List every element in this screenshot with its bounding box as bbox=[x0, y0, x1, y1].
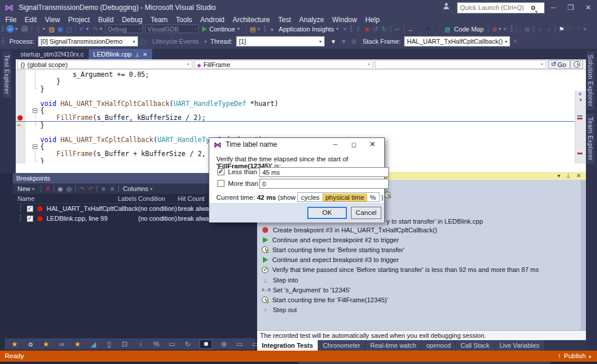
step-out-icon[interactable]: ↑ bbox=[432, 24, 441, 34]
codemap[interactable]: ▦ bbox=[443, 24, 452, 34]
maximize-button[interactable]: ❐ bbox=[562, 0, 580, 15]
test-step-row[interactable]: ↑Step out bbox=[259, 305, 539, 315]
lightbulb-icon[interactable]: ● bbox=[268, 24, 276, 34]
save-icon[interactable]: ▣ bbox=[56, 24, 65, 34]
editor-vertical-scrollbar[interactable]: + ▲ ▼ bbox=[575, 91, 586, 164]
step-over-icon[interactable]: ↷ bbox=[423, 24, 432, 34]
scope-dropdown[interactable]: {}(global scope) ˅ bbox=[17, 60, 192, 69]
collapse-region-icon[interactable] bbox=[33, 144, 37, 149]
side-tab-team-explorer[interactable]: Team Explorer bbox=[587, 114, 595, 164]
columns-button[interactable]: Columns▾ bbox=[121, 185, 157, 192]
breakpoint-icon[interactable] bbox=[17, 115, 23, 121]
member-dropdown[interactable]: ◆FillFrame ˅ bbox=[194, 60, 373, 69]
navigate-backward-icon[interactable]: ← bbox=[6, 25, 14, 33]
solution-configuration-combo[interactable]: Debug▾ bbox=[106, 24, 143, 33]
breakpoint-checkbox[interactable] bbox=[27, 206, 33, 212]
attach-icon[interactable]: ▤ bbox=[248, 24, 257, 34]
application-insights-button[interactable]: Application Insights▾ bbox=[276, 24, 343, 34]
percent-icon[interactable]: % bbox=[152, 340, 160, 348]
pause-icon[interactable]: ‖ bbox=[354, 24, 363, 34]
column-header-labels[interactable]: Labels bbox=[118, 195, 136, 202]
cancel-button[interactable]: Cancel bbox=[351, 207, 381, 219]
tab-startup-stm32f410rx[interactable]: startup_stm32f410rx.c bbox=[16, 49, 89, 59]
column-header-hit-count[interactable]: Hit Count bbox=[178, 195, 205, 202]
code-line[interactable]: FillFrame(s_Buffer, kBufferSize / 2); bbox=[16, 114, 575, 121]
menu-edit[interactable]: Edit bbox=[20, 16, 41, 24]
test-step-row[interactable]: Start counting time for 'FillFrame(12345… bbox=[259, 295, 539, 305]
filter-flagged-icon[interactable]: ▼ bbox=[341, 38, 347, 45]
quick-launch-box[interactable] bbox=[457, 2, 545, 13]
test-step-row[interactable]: Create breakpoint #3 in HAL_UART_TxHalfC… bbox=[259, 225, 539, 235]
indent-decrease-icon[interactable]: ≡ bbox=[536, 24, 545, 34]
code-line[interactable]: s_Argument += 0.05; bbox=[16, 71, 575, 78]
next-bookmark-icon[interactable]: ⚐ bbox=[575, 24, 584, 34]
close-tab-icon[interactable]: ✕ bbox=[143, 51, 148, 58]
suspend-threads-icon[interactable]: ⊘ bbox=[351, 38, 356, 45]
test-step-row[interactable]: A→BSet 's_Argument' to '12345' bbox=[259, 285, 539, 295]
menu-test[interactable]: Test bbox=[274, 16, 295, 24]
step-back-icon[interactable]: ↩ bbox=[393, 24, 402, 34]
dialog-minimize-button[interactable]: ─ bbox=[326, 138, 345, 151]
panel-tab-call-stack[interactable]: Call Stack bbox=[456, 340, 494, 351]
menu-debug[interactable]: Debug bbox=[118, 16, 146, 24]
navigate-forward-icon[interactable]: → bbox=[21, 25, 29, 33]
show-next-statement-icon[interactable]: → bbox=[406, 24, 415, 34]
more-than-checkbox[interactable] bbox=[217, 180, 224, 187]
menu-team[interactable]: Team bbox=[146, 16, 171, 24]
code-line[interactable]: void HAL_UART_TxHalfCpltCallback(UART_Ha… bbox=[16, 100, 575, 107]
step-into-current-process-icon[interactable]: ▢ bbox=[141, 38, 146, 45]
thread-combo[interactable]: [1]▾ bbox=[236, 36, 325, 47]
step-into-icon[interactable]: ↓ bbox=[415, 24, 423, 34]
side-tab-solution-explorer[interactable]: Solution Explorer bbox=[587, 51, 595, 110]
prev-bookmark-icon[interactable]: ⚐ bbox=[566, 24, 575, 34]
collapse-region-icon[interactable] bbox=[33, 108, 37, 113]
window-position-icon[interactable]: ▾ bbox=[557, 172, 560, 179]
export-breakpoints-icon[interactable]: ≡ bbox=[99, 184, 108, 193]
timer-button[interactable] bbox=[570, 60, 583, 69]
address-dropdown[interactable]: ˅ bbox=[375, 60, 546, 69]
panel-tab-live-variables[interactable]: Live Variables bbox=[495, 340, 544, 351]
record-test-button[interactable] bbox=[199, 340, 212, 349]
breakpoint-checkbox[interactable] bbox=[27, 215, 33, 222]
bookmark-icon[interactable]: ⚑ bbox=[557, 24, 566, 34]
new-file-icon[interactable]: ▯ bbox=[34, 24, 43, 34]
continue-button[interactable]: Continue▾ bbox=[200, 24, 244, 34]
menu-architecture[interactable]: Architecture bbox=[229, 16, 274, 24]
close-panel-icon[interactable]: ✕ bbox=[577, 172, 581, 179]
close-button[interactable]: ✕ bbox=[580, 0, 597, 15]
binoculars-icon[interactable]: ∞ bbox=[58, 340, 66, 348]
immediate-window-icon[interactable]: ▣ bbox=[523, 24, 532, 34]
stack-frame-combo[interactable]: HAL_UART_TxHalfCpltCallback()▾ bbox=[404, 36, 510, 47]
test-step-row[interactable]: Continue and expect breakpoint #3 to tri… bbox=[259, 255, 539, 265]
chart-icon[interactable]: ◢ bbox=[89, 340, 97, 348]
test-step-row[interactable]: ↓Step into bbox=[259, 275, 539, 285]
unit-cycles[interactable]: cycles bbox=[298, 193, 322, 202]
menu-tools[interactable]: Tools bbox=[172, 16, 196, 24]
tab-ledblink-cpp[interactable]: LEDBlink.cpp ⊣ ✕ bbox=[89, 49, 152, 59]
save-all-icon[interactable]: ◫ bbox=[65, 24, 73, 34]
dialog-title-bar[interactable]: ⋈ Time label name ─ ◻ ✕ bbox=[209, 138, 384, 151]
feedback-icon[interactable] bbox=[444, 6, 449, 9]
disable-all-breakpoints-icon[interactable]: ◉ bbox=[56, 184, 65, 193]
breakpoints-window-icon[interactable]: ▢ bbox=[514, 24, 523, 34]
pin-tab-icon[interactable]: ⊣ bbox=[134, 52, 141, 57]
exception-settings-icon[interactable]: ⊗ bbox=[490, 24, 499, 34]
page-refresh-icon[interactable]: ↻ bbox=[184, 340, 192, 348]
unit-percent[interactable]: % bbox=[367, 193, 379, 202]
solution-platform-combo[interactable]: VisualGDB▾ bbox=[145, 24, 199, 33]
add-watch-star-icon[interactable]: ★ bbox=[42, 340, 50, 348]
code-line[interactable]: →} bbox=[16, 122, 575, 129]
panel-scrollbar[interactable] bbox=[581, 180, 586, 330]
menu-analyze[interactable]: Analyze bbox=[295, 16, 328, 24]
dialog-maximize-button[interactable]: ◻ bbox=[345, 138, 363, 151]
less-than-checkbox[interactable] bbox=[217, 168, 224, 175]
menu-android[interactable]: Android bbox=[196, 16, 229, 24]
restart-icon[interactable]: ↺ bbox=[371, 24, 380, 34]
test-step-row[interactable]: Start counting time for 'Before starting… bbox=[259, 245, 539, 255]
scroll-up-icon[interactable]: ▲ bbox=[578, 97, 583, 102]
refresh-icon[interactable]: ↻ bbox=[380, 24, 389, 34]
test-step-row[interactable]: Verify that time passed since 'Before st… bbox=[259, 265, 539, 275]
enable-all-breakpoints-icon[interactable]: ◎ bbox=[65, 184, 73, 193]
signal-note-icon[interactable]: ♪ bbox=[136, 340, 145, 348]
minimize-button[interactable]: ─ bbox=[545, 0, 562, 15]
